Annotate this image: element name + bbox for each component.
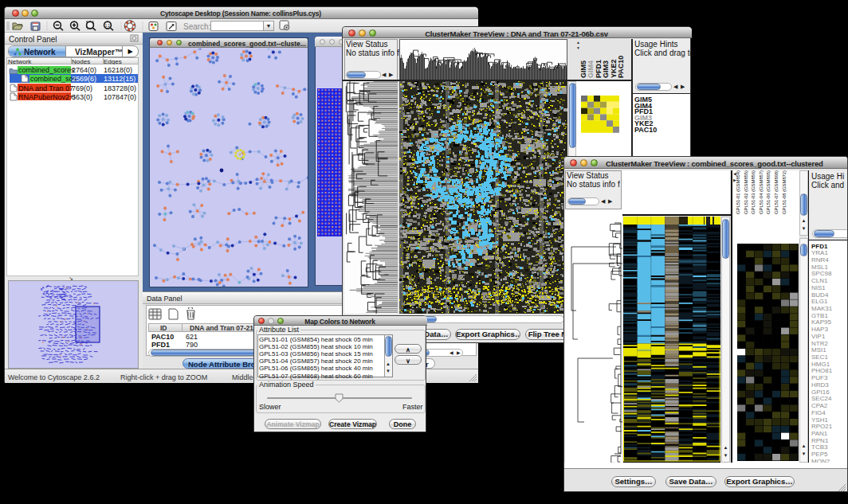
svg-text:1:1: 1:1: [105, 24, 111, 28]
